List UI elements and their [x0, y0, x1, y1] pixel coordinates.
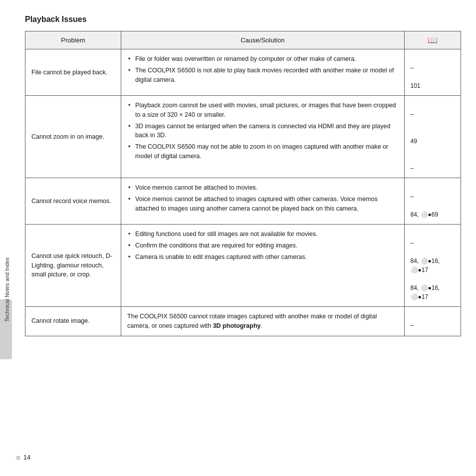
solution-cell: Voice memos cannot be attached to movies…	[121, 178, 404, 225]
ref-with-icon-3: 84, ⚪●16,⚪●17	[411, 284, 440, 300]
ref-cell: – 84, ⚪●16,⚪●17 84, ⚪●16,⚪●17	[404, 225, 461, 307]
solution-cell: The COOLPIX S6500 cannot rotate images c…	[121, 307, 404, 336]
solution-header: Cause/Solution	[121, 31, 404, 49]
ref-header: 📖	[404, 31, 461, 49]
list-item: Editing functions used for still images …	[127, 230, 398, 239]
problem-cell: File cannot be played back.	[25, 49, 121, 96]
list-item: File or folder was overwritten or rename…	[127, 54, 398, 64]
ref-with-icon: 84, ⚪●69	[411, 211, 439, 218]
list-item: 3D images cannot be enlarged when the ca…	[127, 122, 398, 141]
ref-cell: – 101	[404, 49, 461, 96]
list-item: The COOLPIX S6500 is not able to play ba…	[127, 66, 398, 85]
solution-text: The COOLPIX S6500 cannot rotate images c…	[127, 313, 377, 329]
problem-header: Problem	[25, 31, 121, 49]
problem-cell: Cannot rotate image.	[25, 307, 121, 336]
ref-cell: –	[404, 307, 461, 336]
solution-cell: Editing functions used for still images …	[121, 225, 404, 307]
solution-cell: File or folder was overwritten or rename…	[121, 49, 404, 96]
solution-cell: Playback zoom cannot be used with movies…	[121, 96, 404, 178]
sun-icon: ☼	[15, 453, 21, 461]
table-row: Cannot use quick retouch, D-Lighting, gl…	[25, 225, 461, 307]
table-row: Cannot record voice memos. Voice memos c…	[25, 178, 461, 225]
problem-cell: Cannot record voice memos.	[25, 178, 121, 225]
sidebar-label: Technical Notes and Index	[0, 190, 14, 389]
page-title: Playback Issues	[25, 15, 461, 24]
ref-with-icon-2: 84, ⚪●16,⚪●17	[411, 257, 440, 273]
ref-cell: – 84, ⚪●69	[404, 178, 461, 225]
list-item: Confirm the conditions that are required…	[127, 241, 398, 250]
ref-cell: – 49 –	[404, 96, 461, 178]
problem-cell: Cannot use quick retouch, D-Lighting, gl…	[25, 225, 121, 307]
issues-table: Problem Cause/Solution 📖 File cannot be …	[25, 31, 461, 336]
list-item: Voice memos cannot be attached to movies…	[127, 183, 398, 193]
table-row: File cannot be played back. File or fold…	[25, 49, 461, 96]
list-item: The COOLPIX S6500 may not be able to zoo…	[127, 142, 398, 161]
page-footer: ☼ 14	[15, 453, 30, 461]
list-item: Camera is unable to edit images captured…	[127, 252, 398, 262]
table-row: Cannot rotate image. The COOLPIX S6500 c…	[25, 307, 461, 336]
table-row: Cannot zoom in on image. Playback zoom c…	[25, 96, 461, 178]
list-item: Voice memos cannot be attached to images…	[127, 195, 398, 214]
page-number: 14	[23, 454, 30, 461]
problem-cell: Cannot zoom in on image.	[25, 96, 121, 178]
list-item: Playback zoom cannot be used with movies…	[127, 101, 398, 120]
